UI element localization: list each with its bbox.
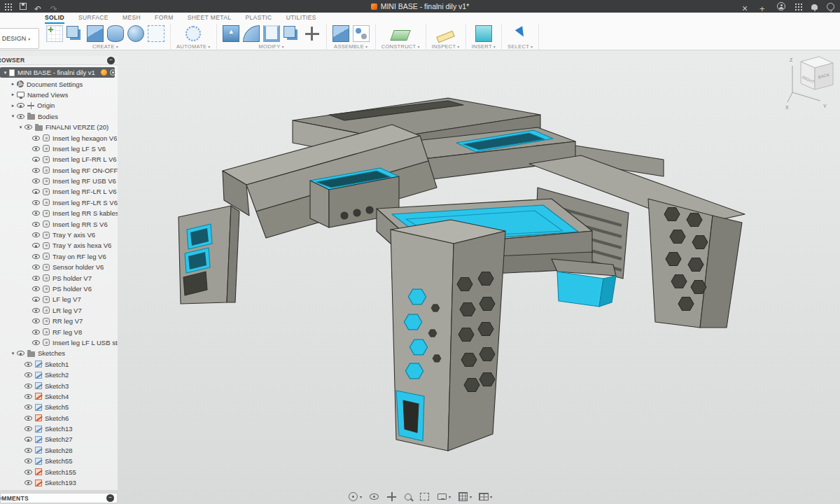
- cylinder-icon[interactable]: [107, 25, 124, 42]
- configure-icon[interactable]: [186, 26, 201, 41]
- group-label-create[interactable]: CREATE: [92, 43, 118, 50]
- select-icon[interactable]: [512, 25, 528, 42]
- browser-item-origin[interactable]: ▸Origin: [0, 100, 118, 111]
- browser-item-insert-leg-hexagon-v6[interactable]: Insert leg hexagon V6: [0, 132, 118, 143]
- visibility-eye-icon[interactable]: [32, 178, 40, 183]
- visibility-eye-icon[interactable]: [32, 200, 40, 205]
- browser-item-named-views[interactable]: ▸Named Views: [0, 90, 118, 100]
- group-label-inspect[interactable]: INSPECT: [432, 43, 460, 50]
- visibility-eye-icon[interactable]: [32, 297, 40, 302]
- browser-item-bodies[interactable]: ▾Bodies: [0, 111, 118, 122]
- comments-panel[interactable]: COMMENTS −: [0, 493, 118, 503]
- expand-arrow-icon[interactable]: ▾: [18, 125, 24, 130]
- visibility-eye-icon[interactable]: [24, 470, 32, 475]
- box-icon[interactable]: [87, 25, 104, 42]
- visibility-eye-icon[interactable]: [24, 416, 32, 421]
- close-icon[interactable]: [742, 2, 750, 10]
- activate-radio-icon[interactable]: [110, 69, 115, 76]
- zoom-button[interactable]: [404, 493, 412, 501]
- browser-item-insert-leg-rr-s-v6[interactable]: Insert leg RR S V6: [0, 218, 118, 229]
- help-icon[interactable]: [827, 3, 834, 10]
- visibility-eye-icon[interactable]: [32, 265, 40, 270]
- browser-item-sketch155[interactable]: Sketch155: [0, 466, 118, 477]
- visibility-eye-icon[interactable]: [24, 362, 32, 367]
- pattern-icon[interactable]: [148, 25, 164, 42]
- expand-arrow-icon[interactable]: ▾: [10, 113, 16, 119]
- tab-solid[interactable]: SOLID: [45, 13, 64, 24]
- workspace-selector[interactable]: DESIGN: [0, 28, 39, 49]
- notifications-icon[interactable]: [811, 4, 818, 10]
- browser-item-tray-y-axis-hexa-v6[interactable]: Tray Y axis hexa V6: [0, 240, 118, 251]
- group-label-construct[interactable]: CONSTRUCT: [382, 43, 420, 50]
- group-label-insert[interactable]: INSERT: [472, 43, 496, 50]
- construction-plane-icon[interactable]: [390, 30, 410, 41]
- visibility-eye-icon[interactable]: [24, 125, 32, 130]
- browser-item-insert-leg-lf-rr-l-v6[interactable]: Insert leg LF-RR L V6: [0, 154, 118, 164]
- visibility-eye-icon[interactable]: [32, 168, 40, 173]
- visibility-eye-icon[interactable]: [32, 276, 40, 281]
- browser-item-sketch28[interactable]: Sketch28: [0, 445, 118, 456]
- browser-item-ps-holder-v7[interactable]: PS holder V7: [0, 272, 118, 283]
- create-sketch-icon[interactable]: [46, 25, 63, 42]
- group-label-select[interactable]: SELECT: [507, 43, 533, 50]
- visibility-eye-icon[interactable]: [24, 372, 32, 377]
- tab-surface[interactable]: SURFACE: [78, 13, 108, 24]
- browser-item-sketch3[interactable]: Sketch3: [0, 380, 118, 391]
- visibility-eye-icon[interactable]: [32, 157, 40, 162]
- visibility-eye-icon[interactable]: [32, 211, 40, 216]
- undo-icon[interactable]: [34, 2, 43, 10]
- visibility-eye-icon[interactable]: [24, 448, 32, 453]
- visibility-eye-icon[interactable]: [32, 254, 40, 259]
- visibility-eye-icon[interactable]: [32, 340, 40, 345]
- visibility-eye-icon[interactable]: [32, 286, 40, 291]
- fit-button[interactable]: [419, 491, 430, 502]
- viewport-canvas[interactable]: [0, 50, 840, 504]
- browser-item-sketch5[interactable]: Sketch5: [0, 402, 118, 412]
- browser-item-sketch193[interactable]: Sketch193: [0, 477, 118, 488]
- sphere-icon[interactable]: [127, 25, 144, 42]
- visibility-eye-icon[interactable]: [32, 330, 40, 335]
- tab-sheet-metal[interactable]: SHEET METAL: [188, 13, 232, 24]
- browser-item-finalni-verze-20-[interactable]: ▾FINALNI VERZE (20): [0, 122, 118, 132]
- expand-arrow-icon[interactable]: ▾: [10, 351, 16, 356]
- visibility-eye-icon[interactable]: [17, 114, 24, 119]
- tab-form[interactable]: FORM: [155, 13, 174, 24]
- document-tab[interactable]: MINI BASE - finalni dily v1*: [210, 0, 630, 13]
- browser-item-sketches[interactable]: ▾Sketches: [0, 348, 118, 358]
- look-at-button[interactable]: [369, 491, 379, 502]
- browser-item-insert-leg-rf-lr-l-v6[interactable]: Insert leg RF-LR L V6: [0, 186, 118, 197]
- browser-item-insert-leg-lf-l-usb-storage-[interactable]: Insert leg LF L USB storage...: [0, 337, 118, 348]
- browser-item-insert-leg-rf-usb-v6[interactable]: Insert leg RF USB V6: [0, 176, 118, 186]
- visibility-eye-icon[interactable]: [32, 189, 40, 194]
- group-label-modify[interactable]: MODIFY: [259, 43, 284, 50]
- browser-collapse-button[interactable]: −: [107, 57, 115, 64]
- joint-icon[interactable]: [353, 25, 370, 42]
- apps-icon[interactable]: [794, 3, 802, 10]
- measure-icon[interactable]: [436, 30, 455, 43]
- browser-item-sketch27[interactable]: Sketch27: [0, 434, 118, 444]
- viewports-button[interactable]: ▾: [479, 491, 492, 502]
- browser-item-sketch55[interactable]: Sketch55: [0, 456, 118, 466]
- shell-icon[interactable]: [263, 25, 280, 42]
- press-pull-icon[interactable]: [223, 25, 239, 42]
- expand-arrow-icon[interactable]: ▸: [10, 92, 16, 97]
- browser-item-tray-on-rf-leg-v6[interactable]: Tray on RF leg V6: [0, 251, 118, 262]
- browser-item-lr-leg-v7[interactable]: LR leg V7: [0, 305, 118, 316]
- visibility-eye-icon[interactable]: [24, 426, 32, 431]
- insert-mesh-icon[interactable]: [475, 25, 492, 42]
- combine-icon[interactable]: [284, 26, 295, 38]
- browser-item-document-settings[interactable]: ▸Document Settings: [0, 78, 118, 89]
- browser-root-item[interactable]: ▾MINI BASE - finalni dily v1: [0, 67, 115, 78]
- visibility-eye-icon[interactable]: [32, 318, 40, 323]
- browser-item-insert-leg-rf-on-off-v7[interactable]: Insert leg RF ON-OFF V7: [0, 165, 118, 176]
- expand-arrow-icon[interactable]: ▸: [10, 103, 16, 108]
- browser-item-insert-leg-rr-s-kables-v6[interactable]: Insert leg RR S kables V6: [0, 208, 118, 218]
- visibility-eye-icon[interactable]: [24, 437, 32, 442]
- pan-button[interactable]: [386, 491, 397, 502]
- browser-item-insert-leg-lf-s-v6[interactable]: Insert leg LF S V6: [0, 144, 118, 154]
- visibility-eye-icon[interactable]: [17, 351, 24, 356]
- redo-icon[interactable]: [50, 2, 59, 10]
- browser-item-sketch13[interactable]: Sketch13: [0, 424, 118, 434]
- save-icon[interactable]: [20, 3, 27, 10]
- expand-arrow-icon[interactable]: ▸: [10, 81, 16, 87]
